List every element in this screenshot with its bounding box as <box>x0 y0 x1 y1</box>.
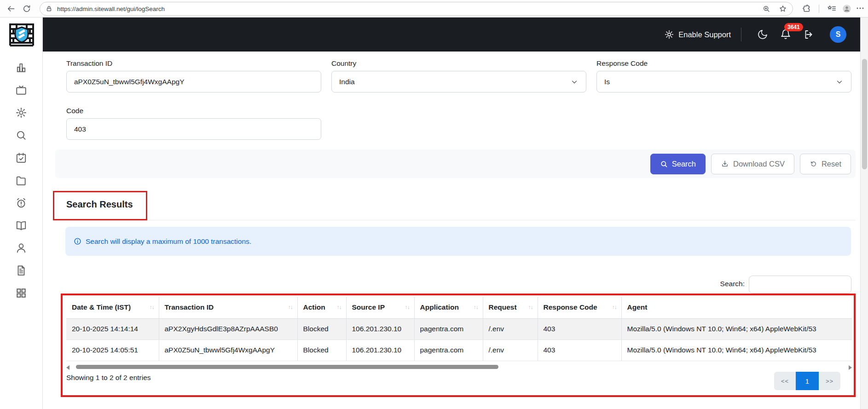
col-header-agent[interactable]: Agent <box>621 297 852 318</box>
transaction-id-input[interactable] <box>66 71 321 92</box>
info-alert: Search will display a maximum of 1000 tr… <box>65 227 851 256</box>
sidebar-item-settings[interactable] <box>15 107 27 119</box>
sidebar-item-reports[interactable] <box>15 265 27 277</box>
sort-icon: ↑↓ <box>288 304 293 311</box>
gear-icon <box>664 29 674 40</box>
response-code-select[interactable]: Is <box>596 71 851 92</box>
response-code-label: Response Code <box>596 59 851 68</box>
url-text[interactable]: https://admin.sitewall.net/gui/logSearch <box>57 6 762 12</box>
sidebar-item-monitor[interactable] <box>15 84 27 96</box>
col-header-response-code[interactable]: Response Code↑↓ <box>538 297 621 318</box>
lock-icon <box>46 5 52 12</box>
browser-refresh-icon[interactable] <box>22 4 31 13</box>
filter-form: Transaction ID Country India Response Co… <box>66 59 851 92</box>
enable-support-label: Enable Support <box>678 30 731 39</box>
section-divider <box>55 220 856 220</box>
results-table: Date & Time (IST)↑↓ Transaction ID↑↓ Act… <box>66 297 852 361</box>
sort-icon: ↑↓ <box>150 304 154 311</box>
address-bar[interactable]: https://admin.sitewall.net/gui/logSearch <box>40 2 793 16</box>
col-header-action[interactable]: Action↑↓ <box>297 297 346 318</box>
cell-agent: Mozilla/5.0 (Windows NT 10.0; Win64; x64… <box>621 318 852 340</box>
table-horizontal-scrollbar[interactable] <box>66 364 852 370</box>
browser-menu-icon[interactable] <box>856 6 864 10</box>
col-header-transaction-id[interactable]: Transaction ID↑↓ <box>159 297 297 318</box>
sidebar-item-alerts[interactable] <box>15 197 27 209</box>
col-header-source-ip[interactable]: Source IP↑↓ <box>346 297 414 318</box>
book-open-icon <box>15 219 27 231</box>
favorites-bar-icon[interactable] <box>827 4 837 13</box>
search-button[interactable]: Search <box>650 154 706 174</box>
app-header: Enable Support 3641 S <box>43 17 860 52</box>
sidebar-item-users[interactable] <box>15 242 27 254</box>
scrollbar-thumb[interactable] <box>76 365 498 369</box>
page-vertical-scrollbar[interactable] <box>860 17 868 409</box>
country-selected-value: India <box>339 78 355 86</box>
sort-icon: ↑↓ <box>528 304 533 311</box>
cell-application: pagentra.com <box>414 340 483 361</box>
cell-response-code: 403 <box>538 340 621 361</box>
cell-transaction-id: aPX2XgyHdsGdlE3p8AZrpAAASB0 <box>159 318 297 340</box>
code-input[interactable] <box>66 118 321 140</box>
user-avatar[interactable]: S <box>830 26 846 43</box>
alarm-alert-icon <box>15 197 27 209</box>
table-row[interactable]: 20-10-2025 14:14:14 aPX2XgyHdsGdlE3p8AZr… <box>66 318 852 340</box>
zoom-in-icon[interactable] <box>762 5 770 13</box>
app-logo[interactable] <box>0 17 43 52</box>
pagination-prev-button[interactable]: << <box>774 372 796 390</box>
download-icon <box>721 160 729 168</box>
chevron-down-icon <box>835 78 844 86</box>
extensions-icon[interactable] <box>802 4 811 13</box>
cell-request: /.env <box>483 318 538 340</box>
header-divider <box>741 28 741 41</box>
sort-icon: ↑↓ <box>474 304 478 311</box>
table-row[interactable]: 20-10-2025 14:05:51 aPX0Z5uN_tbwwl5Gfj4W… <box>66 340 852 361</box>
dark-mode-toggle[interactable] <box>757 29 768 40</box>
sidebar <box>0 17 43 409</box>
cell-response-code: 403 <box>538 318 621 340</box>
sidebar-nav <box>0 52 42 310</box>
sidebar-item-apps[interactable] <box>15 287 27 299</box>
info-alert-text: Search will display a maximum of 1000 tr… <box>86 237 251 246</box>
profile-avatar-icon[interactable] <box>842 4 852 14</box>
reset-icon <box>810 160 817 168</box>
table-search-label: Search: <box>709 280 745 288</box>
search-icon <box>15 129 27 141</box>
sidebar-item-dashboard[interactable] <box>15 62 27 74</box>
cell-source-ip: 106.201.230.10 <box>346 340 414 361</box>
bar-chart-icon <box>15 62 27 74</box>
gear-icon <box>15 107 27 119</box>
pagination-page-1[interactable]: 1 <box>796 372 819 390</box>
notifications-button[interactable]: 3641 <box>780 29 791 40</box>
scroll-right-arrow-icon[interactable] <box>849 365 852 370</box>
col-header-application[interactable]: Application↑↓ <box>414 297 483 318</box>
cell-transaction-id: aPX0Z5uN_tbwwl5Gfj4WxgAApgY <box>159 340 297 361</box>
logout-icon <box>803 29 814 40</box>
download-csv-button[interactable]: Download CSV <box>711 154 794 174</box>
table-search-input[interactable] <box>749 276 851 294</box>
col-header-request[interactable]: Request↑↓ <box>483 297 538 318</box>
sidebar-item-tasks[interactable] <box>15 152 27 164</box>
cell-datetime: 20-10-2025 14:14:14 <box>66 318 159 340</box>
favorite-star-icon[interactable] <box>779 5 787 13</box>
logout-button[interactable] <box>803 29 814 40</box>
transaction-id-label: Transaction ID <box>66 59 321 68</box>
country-select[interactable]: India <box>331 71 586 92</box>
cell-action: Blocked <box>297 318 346 340</box>
tv-icon <box>15 84 27 96</box>
file-text-icon <box>15 265 27 277</box>
cell-action: Blocked <box>297 340 346 361</box>
search-icon <box>660 160 668 168</box>
sidebar-item-docs[interactable] <box>15 219 27 231</box>
browser-back-icon[interactable] <box>6 4 16 13</box>
results-table-wrap: Date & Time (IST)↑↓ Transaction ID↑↓ Act… <box>66 297 852 361</box>
col-header-datetime[interactable]: Date & Time (IST)↑↓ <box>66 297 159 318</box>
sidebar-item-log-search[interactable] <box>15 129 27 141</box>
scrollbar-thumb[interactable] <box>862 59 867 169</box>
pagination-next-button[interactable]: >> <box>819 372 840 390</box>
scroll-left-arrow-icon[interactable] <box>66 365 69 370</box>
folder-icon <box>15 174 27 186</box>
results-title: Search Results <box>66 199 133 210</box>
sidebar-item-files[interactable] <box>15 174 27 186</box>
reset-button[interactable]: Reset <box>800 154 851 174</box>
enable-support-button[interactable]: Enable Support <box>664 29 731 40</box>
